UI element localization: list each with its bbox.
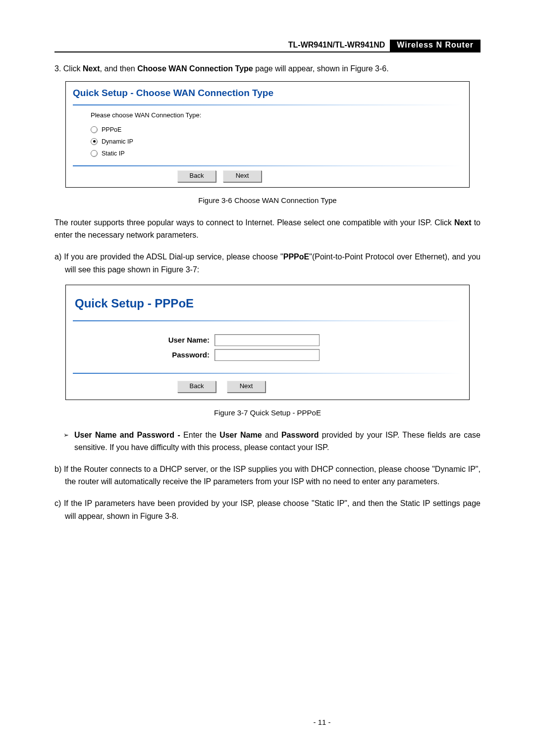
figure-3-6-title: Quick Setup - Choose WAN Connection Type: [66, 82, 469, 104]
item-b: b) If the Router connects to a DHCP serv…: [65, 463, 481, 488]
radio-unchecked-icon: [91, 126, 98, 133]
figure-3-7-caption: Figure 3-7 Quick Setup - PPPoE: [54, 407, 481, 419]
back-button[interactable]: Back: [177, 170, 216, 182]
page-number: - 11 -: [54, 718, 535, 726]
bullet-icon: ➢: [63, 429, 74, 454]
next-button[interactable]: Next: [223, 170, 262, 182]
password-label: Password:: [66, 349, 214, 361]
model-number: TL-WR941N/TL-WR941ND: [288, 40, 390, 51]
figure-3-6: Quick Setup - Choose WAN Connection Type…: [65, 81, 470, 188]
username-input[interactable]: [214, 334, 320, 346]
wan-type-prompt: Please choose WAN Connection Type:: [91, 110, 469, 121]
pppoe-form: User Name: Password:: [66, 321, 469, 373]
bullet-username-password: ➢ User Name and Password - Enter the Use…: [63, 429, 481, 454]
next-button[interactable]: Next: [227, 381, 266, 393]
back-button[interactable]: Back: [177, 381, 216, 393]
option-dynamic-ip[interactable]: Dynamic IP: [91, 137, 469, 147]
option-pppoe[interactable]: PPPoE: [91, 125, 469, 135]
radio-checked-icon: [91, 138, 98, 145]
wan-type-options: Please choose WAN Connection Type: PPPoE…: [66, 105, 469, 165]
username-label: User Name:: [66, 334, 214, 346]
item-a: a) If you are provided the ADSL Dial-up …: [65, 251, 481, 276]
figure-3-6-caption: Figure 3-6 Choose WAN Connection Type: [54, 195, 481, 206]
figure-3-7-title: Quick Setup - PPPoE: [66, 285, 469, 320]
step-3-text: 3. Click Next, and then Choose WAN Conne…: [54, 62, 481, 75]
option-static-ip[interactable]: Static IP: [91, 149, 469, 158]
password-input[interactable]: [214, 349, 320, 361]
item-c: c) If the IP parameters have been provid…: [65, 497, 481, 522]
radio-unchecked-icon: [91, 150, 98, 157]
device-name: Wireless N Router: [397, 41, 474, 50]
paragraph-supports: The router supports three popular ways t…: [54, 216, 481, 242]
document-header: TL-WR941N/TL-WR941ND Wireless N Router: [54, 40, 481, 52]
figure-3-7: Quick Setup - PPPoE User Name: Password:…: [65, 285, 470, 400]
device-name-badge: Wireless N Router: [390, 40, 481, 51]
